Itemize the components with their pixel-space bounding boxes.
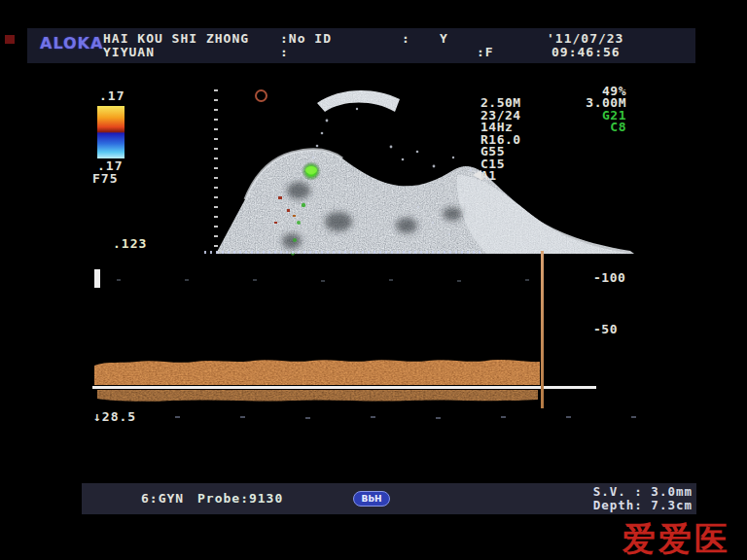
tick-dot bbox=[457, 280, 461, 282]
depth-label: Depth: 7.3cm bbox=[584, 499, 693, 512]
depth-scale-ticks bbox=[214, 89, 218, 252]
tick-dot bbox=[185, 279, 189, 281]
tick-dot bbox=[253, 279, 257, 281]
spectrum-trace bbox=[94, 360, 540, 385]
tick-dot bbox=[117, 279, 121, 281]
tick-dot bbox=[631, 416, 636, 418]
probe-orientation-marker-icon bbox=[255, 89, 267, 102]
doppler-baseline-value: ↓28.5 bbox=[93, 410, 136, 425]
hospital-name-line2: YIYUAN bbox=[103, 46, 155, 60]
param-contrast2: C8 bbox=[568, 121, 626, 135]
sex-field: :F bbox=[477, 46, 494, 60]
doppler-baseline bbox=[92, 386, 596, 389]
doppler-scale-mid: -50 bbox=[593, 323, 618, 337]
probe-label: Probe:9130 bbox=[197, 492, 283, 507]
sweep-start-marker bbox=[94, 269, 100, 288]
tick-dot bbox=[389, 279, 393, 281]
time-axis-ticks bbox=[204, 251, 482, 254]
exam-time: 09:46:56 bbox=[551, 46, 621, 60]
bmode-left-value: .123 bbox=[113, 237, 147, 252]
brand-logo: ALOKA bbox=[40, 34, 103, 52]
color-doppler-scale-bar bbox=[97, 106, 124, 158]
tick-dot bbox=[501, 416, 506, 418]
tick-dot bbox=[371, 416, 375, 418]
ultrasound-screen: ALOKA HAI KOU SHI ZHONG YIYUAN :No ID : … bbox=[0, 0, 747, 560]
record-indicator-icon bbox=[5, 35, 15, 44]
doppler-scale-top: -100 bbox=[593, 271, 625, 286]
bbh-badge: BbH bbox=[353, 491, 390, 507]
tick-dot bbox=[436, 417, 441, 419]
ultrasound-image-art bbox=[0, 0, 747, 560]
tick-dot bbox=[566, 416, 571, 418]
colorbar-filter-value: F75 bbox=[92, 172, 118, 187]
nearfield-echo bbox=[317, 90, 400, 112]
spectrum-trace-below bbox=[97, 390, 538, 402]
tick-dot bbox=[321, 280, 325, 282]
patient-id-field2: : bbox=[280, 46, 289, 60]
param-accoustic: A1 bbox=[480, 169, 497, 184]
color-flow-marker bbox=[302, 161, 321, 181]
tick-dot bbox=[305, 417, 310, 419]
age-flag: Y bbox=[440, 32, 448, 47]
field-separator: : bbox=[402, 32, 410, 47]
watermark-text: 爱爱医 bbox=[622, 517, 730, 560]
tick-dot bbox=[175, 416, 180, 418]
tissue-bright-ridge bbox=[457, 175, 634, 254]
tick-dot bbox=[240, 416, 245, 418]
sweep-cursor bbox=[541, 251, 544, 408]
colorbar-top-value: .17 bbox=[99, 89, 124, 104]
tick-dot bbox=[525, 279, 529, 281]
preset-label: 6:GYN bbox=[141, 492, 184, 507]
